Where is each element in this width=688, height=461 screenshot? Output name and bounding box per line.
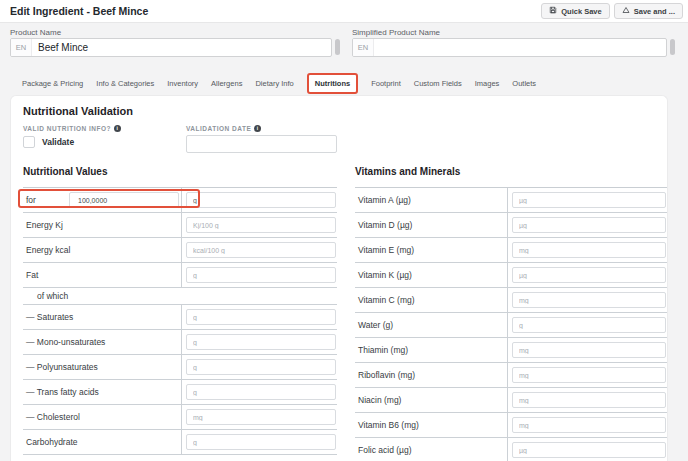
product-name-label: Product Name <box>10 28 61 37</box>
simplified-name-input[interactable] <box>374 39 666 56</box>
vitamin-label: Niacin (mg) <box>355 388 508 412</box>
edit-ingredient-page: Edit Ingredient - Beef Mince Quick Save … <box>0 0 688 461</box>
validate-checkbox[interactable] <box>23 136 35 148</box>
nutrient-value-input[interactable] <box>186 434 336 450</box>
tab-item[interactable]: Dietary Info <box>255 79 293 88</box>
tab-bar: Package & Pricing Info & Categories Inve… <box>22 71 536 95</box>
vitamin-value-input[interactable] <box>512 217 666 233</box>
info-icon[interactable] <box>114 125 121 132</box>
vitamin-value-input[interactable] <box>512 342 666 358</box>
tab-item[interactable]: Custom Fields <box>414 79 462 88</box>
nutrient-label: — Polyunsaturates <box>23 355 182 379</box>
nutrient-value-input[interactable] <box>186 409 336 425</box>
save-and-icon <box>622 6 630 16</box>
validation-date-input[interactable] <box>186 135 337 153</box>
validate-label: Validate <box>42 137 74 147</box>
nutrient-label: — Cholesterol <box>23 405 182 429</box>
vitamin-value-input[interactable] <box>512 192 666 208</box>
vitamin-value-input[interactable] <box>512 242 666 258</box>
info-icon[interactable] <box>254 125 261 132</box>
vitamin-row: Vitamin D (µg) <box>355 213 667 238</box>
vitamin-row: Water (g) <box>355 313 667 338</box>
tab-item[interactable]: Info & Categories <box>96 79 154 88</box>
tab-item[interactable]: Allergens <box>211 79 242 88</box>
for-label: for <box>26 195 36 205</box>
nutritional-values-title: Nutritional Values <box>23 166 107 177</box>
nutritions-panel: Nutritional Validation VALID NUTRITION I… <box>10 95 668 461</box>
nutrient-value-input[interactable] <box>186 359 336 375</box>
vitamin-label: Folic acid (µg) <box>355 438 508 461</box>
page-header: Edit Ingredient - Beef Mince Quick Save … <box>0 0 688 23</box>
nutrient-value-input[interactable] <box>186 267 336 283</box>
vitamin-value-input[interactable] <box>512 292 666 308</box>
validation-section-title: Nutritional Validation <box>23 105 133 117</box>
nutrient-label: Fat <box>23 263 182 287</box>
vitamin-label: Riboflavin (mg) <box>355 363 508 387</box>
vitamin-value-input[interactable] <box>512 392 666 408</box>
simplified-name-label: Simplified Product Name <box>352 28 440 37</box>
nutrient-row: Energy kcal <box>23 238 337 263</box>
vitamins-title: Vitamins and Minerals <box>355 166 460 177</box>
nutrient-label: of which <box>23 288 68 304</box>
valid-nutrition-info-label: VALID NUTRITION INFO? <box>23 125 121 132</box>
vitamin-value-input[interactable] <box>512 267 666 283</box>
product-name-group: EN <box>10 38 332 57</box>
vitamin-row: Riboflavin (mg) <box>355 363 667 388</box>
vitamin-value-input[interactable] <box>512 442 666 458</box>
nutrient-label: Energy kcal <box>23 238 182 262</box>
nutrient-label: Carbohydrate <box>23 430 182 454</box>
nutrient-value-input[interactable] <box>186 242 336 258</box>
save-and-button[interactable]: Save and ... <box>614 3 683 19</box>
field-drag-handle[interactable] <box>670 39 675 55</box>
nutrient-row: Fat <box>23 263 337 288</box>
language-prefix: EN <box>353 39 374 56</box>
header-actions: Quick Save Save and ... <box>541 3 683 19</box>
page-title: Edit Ingredient - Beef Mince <box>10 5 148 17</box>
nutrient-row: — Cholesterol <box>23 405 337 430</box>
tab-item[interactable]: Package & Pricing <box>22 79 83 88</box>
validate-checkbox-row: Validate <box>23 136 74 148</box>
for-amount-input[interactable] <box>69 192 179 208</box>
for-unit-input[interactable] <box>186 192 336 208</box>
vitamins-table: Vitamin A (µg) Vitamin D (µg) Vitamin E … <box>355 187 667 461</box>
vitamin-label: Vitamin D (µg) <box>355 213 508 237</box>
tab-item[interactable]: Nutritions <box>307 73 358 94</box>
tab-item[interactable]: Images <box>475 79 500 88</box>
nutrient-value-input[interactable] <box>186 217 336 233</box>
simplified-name-group: EN <box>352 38 667 57</box>
vitamin-row: Vitamin A (µg) <box>355 188 667 213</box>
vitamin-row: Vitamin B6 (mg) <box>355 413 667 438</box>
vitamin-label: Water (g) <box>355 313 508 337</box>
validation-date-label: VALIDATION DATE <box>186 125 261 132</box>
nutritional-values-table: for Energy Kj <box>23 187 337 455</box>
tab-item[interactable]: Footprint <box>371 79 401 88</box>
vitamin-row: Vitamin K (µg) <box>355 263 667 288</box>
nutrient-value-input[interactable] <box>186 384 336 400</box>
nutrient-label: — Trans fatty acids <box>23 380 182 404</box>
vitamin-row: Vitamin E (mg) <box>355 238 667 263</box>
nutrient-label: — Mono-unsaturates <box>23 330 182 354</box>
product-name-input[interactable] <box>32 39 331 56</box>
nutrient-row: — Mono-unsaturates <box>23 330 337 355</box>
vitamin-value-input[interactable] <box>512 317 666 333</box>
nutrient-row: Carbohydrate <box>23 430 337 455</box>
tab-item[interactable]: Outlets <box>512 79 536 88</box>
vitamin-row: Vitamin C (mg) <box>355 288 667 313</box>
nutrient-value-input[interactable] <box>186 334 336 350</box>
vitamin-value-input[interactable] <box>512 417 666 433</box>
vitamin-value-input[interactable] <box>512 367 666 383</box>
for-row-label-cell: for <box>23 188 182 212</box>
nutrient-row: — Polyunsaturates <box>23 355 337 380</box>
save-icon <box>549 6 557 16</box>
quick-save-button[interactable]: Quick Save <box>541 3 609 19</box>
vitamin-label: Vitamin C (mg) <box>355 288 508 312</box>
nutrient-value-input[interactable] <box>186 309 336 325</box>
field-drag-handle[interactable] <box>335 39 340 55</box>
nutrient-row: — Saturates <box>23 305 337 330</box>
tab-item[interactable]: Inventory <box>167 79 198 88</box>
nutrient-row: of which <box>23 288 337 305</box>
vitamin-label: Vitamin A (µg) <box>355 188 508 212</box>
vitamin-row: Folic acid (µg) <box>355 438 667 461</box>
vitamin-label: Thiamin (mg) <box>355 338 508 362</box>
vitamin-row: Niacin (mg) <box>355 388 667 413</box>
